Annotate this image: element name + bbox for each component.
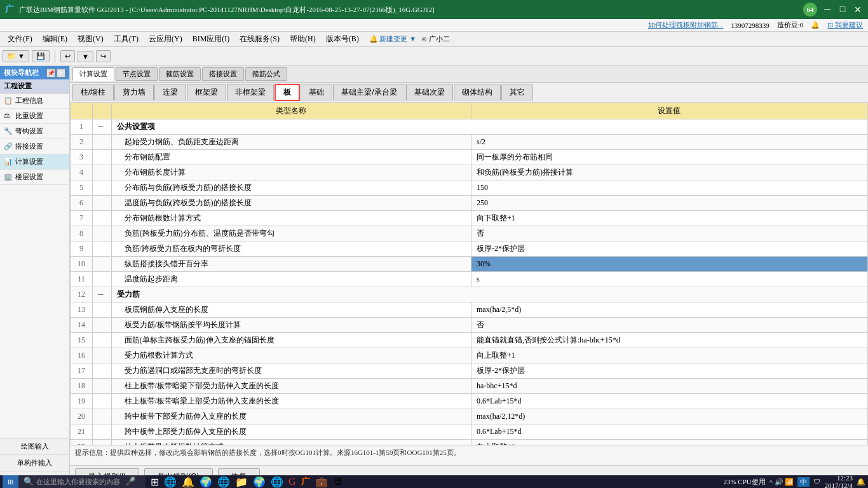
sidebar-item-floor[interactable]: 🏢 楼层设置 xyxy=(0,170,69,185)
row-value[interactable]: s/2 xyxy=(471,135,867,150)
table-row[interactable]: 21 跨中板带上部受力筋伸入支座的长度 0.6*Lab+15*d xyxy=(71,424,868,440)
menu-help[interactable]: 帮助(H) xyxy=(285,32,321,46)
tab-coupling-beam[interactable]: 连梁 xyxy=(154,85,186,100)
tab-node-settings[interactable]: 节点设置 xyxy=(116,67,158,81)
taskbar-icon-2[interactable]: 🌐 xyxy=(164,476,177,488)
row-value[interactable]: 向上取整+1 xyxy=(471,440,867,445)
sidebar-close-btn[interactable]: ✕ xyxy=(57,69,65,78)
taskbar-icon-11[interactable]: 💼 xyxy=(315,476,328,488)
feedback-link[interactable]: ⊡ 我要建议 xyxy=(827,20,863,30)
table-row[interactable]: 16 受力筋根数计算方式 向上取整+1 xyxy=(71,348,868,363)
toolbar-save-btn[interactable]: 💾 xyxy=(32,50,50,62)
taskbar-search[interactable]: 🔍 在这里输入你要搜索的内容 🎤 xyxy=(18,475,146,488)
taskbar-icon-6[interactable]: 📁 xyxy=(235,476,248,488)
row-value[interactable]: 250 xyxy=(471,196,867,211)
row-value[interactable]: s xyxy=(471,272,867,287)
table-row[interactable]: 14 板受力筋/板带钢筋按平均长度计算 否 xyxy=(71,318,868,333)
sidebar-item-hook[interactable]: 🔧 弯钩设置 xyxy=(0,124,69,139)
table-row[interactable]: 22 柱上板带受力筋根数计算方式 向上取整+1 xyxy=(71,440,868,445)
row-value[interactable]: 否 xyxy=(471,318,867,333)
table-row[interactable]: 4 分布钢筋长度计算 和负筋(跨板受力筋)搭接计算 xyxy=(71,165,868,180)
taskbar-icon-4[interactable]: 🌍 xyxy=(200,476,212,488)
table-row[interactable]: 2 起始受力钢筋、负筋距支座边距离 s/2 xyxy=(71,135,868,150)
tab-lap-settings[interactable]: 搭接设置 xyxy=(202,67,244,81)
sidebar-item-calc[interactable]: 📊 计算设置 xyxy=(0,154,69,170)
toolbar-undo-btn[interactable]: ↩ xyxy=(60,50,75,62)
taskbar-icon-5[interactable]: 🌐 xyxy=(217,476,230,488)
tab-foundation-secondary-beam[interactable]: 基础次梁 xyxy=(406,85,453,100)
row-value[interactable]: 0.6*Lab+15*d xyxy=(471,394,867,409)
menu-cloud[interactable]: 云应用(Y) xyxy=(144,32,187,46)
notification-btn[interactable]: 🔔 xyxy=(857,478,865,486)
tab-other[interactable]: 其它 xyxy=(501,85,533,100)
tab-masonry[interactable]: 砌体结构 xyxy=(454,85,501,100)
maximize-button[interactable]: □ xyxy=(837,4,848,15)
close-button[interactable]: ✕ xyxy=(853,4,863,15)
tab-foundation-main-beam[interactable]: 基础主梁/承台梁 xyxy=(333,85,405,100)
menu-online[interactable]: 在线服务(S) xyxy=(234,32,285,46)
row-value[interactable]: max(ha/2,5*d) xyxy=(471,302,867,318)
row-value[interactable]: 向上取整+1 xyxy=(471,348,867,363)
minimize-button[interactable]: ─ xyxy=(822,4,832,15)
new-change-btn[interactable]: 🔔 新建变更 ▼ xyxy=(369,34,416,44)
menu-view[interactable]: 视图(V) xyxy=(72,32,109,46)
draw-input-btn[interactable]: 绘图输入 xyxy=(0,438,69,455)
taskbar-icon-10[interactable]: 广 xyxy=(301,476,310,487)
tab-frame-beam[interactable]: 框架梁 xyxy=(187,85,226,100)
menu-version[interactable]: 版本号(B) xyxy=(321,32,364,46)
row-value[interactable]: max(ha/2,12*d) xyxy=(471,409,867,424)
table-row[interactable]: 13 板底钢筋伸入支座的长度 max(ha/2,5*d) xyxy=(71,302,868,318)
row-value[interactable]: ha-bhc+15*d xyxy=(471,379,867,394)
row-value[interactable]: 否 xyxy=(471,226,867,241)
row-value[interactable]: 板厚-2*保护层 xyxy=(471,241,867,257)
table-row[interactable]: 9 负筋/跨板受力筋在板内的弯折长度 板厚-2*保护层 xyxy=(71,241,868,257)
tab-stirrup-settings[interactable]: 箍筋设置 xyxy=(159,67,201,81)
row-value[interactable]: 同一板厚的分布筋相同 xyxy=(471,150,867,165)
table-row[interactable]: 3 分布钢筋配置 同一板厚的分布筋相同 xyxy=(71,150,868,165)
table-row[interactable]: 6 温度筋与负筋(跨板受力筋)的搭接长度 250 xyxy=(71,196,868,211)
taskbar-icon-3[interactable]: 🔔 xyxy=(182,476,194,488)
menu-bim[interactable]: BIM应用(I) xyxy=(187,32,235,46)
table-row[interactable]: 1 ─ 公共设置项 xyxy=(71,119,868,135)
single-component-btn[interactable]: 单构件输入 xyxy=(0,455,69,471)
help-link[interactable]: 如何处理筏板附加钢筋... xyxy=(648,20,723,30)
row-value[interactable]: 和负筋(跨板受力筋)搭接计算 xyxy=(471,165,867,180)
tab-non-frame-beam[interactable]: 非框架梁 xyxy=(227,85,274,100)
row-value[interactable]: 30% xyxy=(471,257,867,272)
table-row[interactable]: 11 温度筋起步距离 s xyxy=(71,272,868,287)
table-row[interactable]: 18 柱上板带/板带暗梁下部受力筋伸入支座的长度 ha-bhc+15*d xyxy=(71,379,868,394)
sidebar-item-specific-gravity[interactable]: ⚖ 比重设置 xyxy=(0,109,69,124)
table-row[interactable]: 12 ─ 受力筋 xyxy=(71,287,868,302)
taskbar-icon-12[interactable]: 🖥 xyxy=(333,476,343,487)
start-button[interactable]: ⊞ xyxy=(3,475,18,488)
row-value[interactable]: 板厚-2*保护层 xyxy=(471,363,867,379)
sidebar-item-lap[interactable]: 🔗 搭接设置 xyxy=(0,139,69,154)
toolbar-open-btn[interactable]: 📁 ▼ xyxy=(3,50,29,62)
taskbar-icon-7[interactable]: 🌍 xyxy=(253,476,266,488)
toolbar-redo-btn[interactable]: ↪ xyxy=(96,50,111,62)
row-value[interactable]: 150 xyxy=(471,180,867,196)
sidebar-item-project-info[interactable]: 📋 工程信息 xyxy=(0,93,69,109)
menu-tools[interactable]: 工具(T) xyxy=(109,32,144,46)
menu-edit[interactable]: 编辑(E) xyxy=(37,32,72,46)
taskbar-icon-9[interactable]: G xyxy=(288,476,296,487)
taskbar-icon-8[interactable]: 🌐 xyxy=(271,476,283,488)
tab-shear-wall[interactable]: 剪力墙 xyxy=(114,85,154,100)
table-row[interactable]: 5 分布筋与负筋(跨板受力筋)的搭接长度 150 xyxy=(71,180,868,196)
table-row[interactable]: 15 面筋(单标主跨板受力筋)伸入支座的锚固长度 能直锚就直锚,否则按公式计算:… xyxy=(71,333,868,348)
table-row[interactable]: 20 跨中板带下部受力筋伸入支座的长度 max(ha/2,12*d) xyxy=(71,409,868,424)
table-row[interactable]: 19 柱上板带/板带暗梁上部受力筋伸入支座的长度 0.6*Lab+15*d xyxy=(71,394,868,409)
toolbar-dropdown-btn[interactable]: ▼ xyxy=(78,51,93,62)
tab-slab[interactable]: 板 xyxy=(275,84,300,101)
row-value[interactable]: 能直锚就直锚,否则按公式计算:ha-bhc+15*d xyxy=(471,333,867,348)
tab-calc-settings[interactable]: 计算设置 xyxy=(72,67,114,81)
menu-file[interactable]: 文件(F) xyxy=(3,32,37,46)
tab-foundation[interactable]: 基础 xyxy=(301,85,332,100)
table-row[interactable]: 7 分布钢筋根数计算方式 向下取整+1 xyxy=(71,211,868,226)
tab-stirrup-formula[interactable]: 箍筋公式 xyxy=(245,67,287,81)
table-row[interactable]: 17 受力筋遇洞口或端部无支座时的弯折长度 板厚-2*保护层 xyxy=(71,363,868,379)
tab-column-wall[interactable]: 柱/墙柱 xyxy=(72,85,114,100)
taskbar-icon-1[interactable]: ⊞ xyxy=(151,476,159,488)
table-row[interactable]: 10 纵筋搭接接头错开百分率 30% xyxy=(71,257,868,272)
row-value[interactable]: 0.6*Lab+15*d xyxy=(471,424,867,440)
